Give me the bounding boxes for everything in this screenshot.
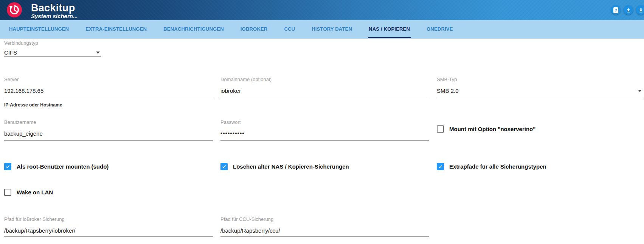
checkbox-label: Wake on LAN: [17, 189, 53, 196]
verbindungstyp-value: CIFS: [4, 49, 17, 56]
help-button[interactable]: ?: [611, 5, 621, 15]
verbindungstyp-select[interactable]: Verbindungstyp CIFS: [4, 40, 101, 57]
server-value: 192.168.178.65: [4, 88, 43, 94]
checkbox-wake-on-lan[interactable]: Wake on LAN: [4, 188, 53, 196]
tab-haupteinstellungen[interactable]: HAUPTEINSTELLUNGEN: [8, 21, 70, 38]
app-subtitle: System sichern...: [31, 13, 78, 19]
checkbox-box[interactable]: [4, 163, 11, 170]
download-config-button[interactable]: [636, 5, 644, 15]
upload-config-button[interactable]: [624, 5, 633, 15]
header-actions: ?: [611, 5, 644, 15]
checkbox-box[interactable]: [220, 163, 228, 170]
tab-nas-kopieren[interactable]: NAS / KOPIEREN: [368, 21, 411, 38]
checkbox-root-mount[interactable]: Als root-Benutzer mounten (sudo): [4, 163, 109, 170]
benutzername-value: backup_eigene: [4, 130, 43, 137]
checkbox-noserverino[interactable]: Mount mit Option "noserverino": [437, 125, 535, 133]
pfad-ccu-field[interactable]: Pfad für CCU-Sicherung /backup/Rapsberry…: [220, 216, 429, 237]
checkbox-box[interactable]: [437, 163, 444, 170]
checkbox-label: Als root-Benutzer mounten (sudo): [17, 163, 109, 170]
domainname-label: Domainname (optional): [220, 77, 272, 82]
pfad-iobroker-field[interactable]: Pfad für ioBroker Sicherung /backup/Raps…: [4, 216, 213, 237]
domainname-value: iobroker: [220, 88, 241, 94]
chevron-down-icon[interactable]: [96, 52, 100, 54]
tab-extra-einstellungen[interactable]: EXTRA-EINSTELLUNGEN: [85, 21, 147, 38]
smb-typ-value: SMB 2.0: [437, 88, 459, 94]
tab-benachrichtigungen[interactable]: BENACHRICHTIGUNGEN: [163, 21, 225, 38]
tab-ccu[interactable]: CCU: [283, 21, 296, 38]
passwort-label: Passwort: [220, 119, 241, 125]
pfad-iobroker-value: /backup/Rapsberry/iobroker/: [4, 227, 75, 234]
passwort-field[interactable]: Passwort ••••••••••: [220, 119, 429, 141]
checkbox-box[interactable]: [437, 125, 444, 133]
pfad-ccu-label: Pfad für CCU-Sicherung: [220, 216, 273, 222]
server-helper-text: IP-Adresse oder Hostname: [4, 102, 62, 108]
upload-icon: [626, 8, 631, 13]
verbindungstyp-label: Verbindungstyp: [4, 40, 38, 46]
checkbox-label: Löschen alter NAS / Kopieren-Sicherungen: [233, 163, 349, 170]
checkbox-extra-paths[interactable]: Extrapfade für alle Sicherungstypen: [437, 163, 546, 170]
checkbox-delete-old-backups[interactable]: Löschen alter NAS / Kopieren-Sicherungen: [220, 163, 349, 170]
domainname-field[interactable]: Domainname (optional) iobroker: [220, 77, 429, 99]
server-label: Server: [4, 77, 19, 82]
checkbox-label: Extrapfade für alle Sicherungstypen: [449, 163, 546, 170]
app-header: Backitup System sichern... ?: [0, 0, 644, 20]
tab-bar: HAUPTEINSTELLUNGEN EXTRA-EINSTELLUNGEN B…: [0, 20, 644, 39]
checkmark-icon: [438, 164, 443, 169]
benutzername-field[interactable]: Benutzername backup_eigene: [4, 119, 213, 141]
backitup-logo-icon: [7, 2, 22, 17]
title-block: Backitup System sichern...: [31, 3, 78, 19]
checkmark-icon: [222, 164, 227, 169]
app-title: Backitup: [31, 3, 78, 13]
smb-typ-label: SMB-Typ: [437, 77, 457, 82]
checkbox-label: Mount mit Option "noserverino": [449, 126, 535, 132]
pfad-ccu-value: /backup/Rapsberry/ccu/: [220, 227, 280, 234]
passwort-value: ••••••••••: [220, 130, 245, 136]
smb-typ-select[interactable]: SMB-Typ SMB 2.0: [437, 77, 643, 99]
pfad-iobroker-label: Pfad für ioBroker Sicherung: [4, 216, 65, 222]
chevron-down-icon[interactable]: [638, 90, 642, 92]
tab-onedrive[interactable]: ONEDRIVE: [426, 21, 454, 38]
checkbox-box[interactable]: [4, 189, 11, 196]
tab-iobroker[interactable]: IOBROKER: [240, 21, 268, 38]
backitup-admin-page: Backitup System sichern... ? HAUPTE: [0, 0, 644, 244]
checkmark-icon: [5, 164, 10, 169]
tab-history-daten[interactable]: HISTORY DATEN: [311, 21, 353, 38]
server-field[interactable]: Server 192.168.178.65: [4, 77, 213, 99]
help-icon: ?: [613, 7, 618, 13]
benutzername-label: Benutzername: [4, 119, 36, 125]
download-icon: [638, 8, 644, 13]
